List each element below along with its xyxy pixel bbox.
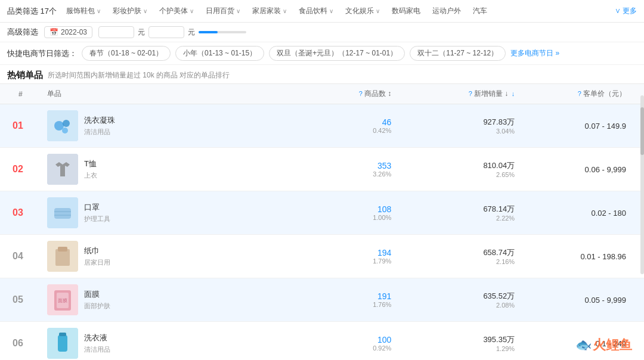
price-cell: 0.01 - 198.96 xyxy=(521,235,644,278)
count-cell[interactable]: 191 1.76% xyxy=(288,278,398,322)
th-sales[interactable]: ? 新增销量 ↓ ↓ xyxy=(397,84,521,104)
nav-item-shuma[interactable]: 数码家电 xyxy=(387,5,425,17)
sales-cell: 678.14万 2.22% xyxy=(397,191,521,235)
festival-tag-spring[interactable]: 春节（01-18 ~ 02-01） xyxy=(82,46,171,61)
product-count: 108 xyxy=(294,204,392,214)
count-cell[interactable]: 100 0.92% xyxy=(288,322,398,361)
sales-value: 810.04万 xyxy=(403,160,515,171)
sales-percentage: 1.29% xyxy=(403,345,515,352)
scroll-thumb[interactable] xyxy=(640,107,644,155)
price-cell: 0.06 - 9,999 xyxy=(521,148,644,191)
nav-item-qiche[interactable]: 汽车 xyxy=(468,5,492,17)
table-row: 02 T恤 上衣 353 3.26% 810.04万 xyxy=(0,148,644,191)
scrollbar[interactable] xyxy=(640,95,644,274)
product-image: 面膜 xyxy=(47,284,78,315)
price-unit-2: 元 xyxy=(188,27,195,38)
products-table: # 单品 ? 商品数 ↕ ? 新增销量 ↓ ↓ ? 客单价（元） xyxy=(0,83,644,360)
nav-item-wenhua[interactable]: 文化娱乐 ∨ xyxy=(340,5,385,17)
sort-desc-icon: ↓ xyxy=(512,90,515,97)
nav-item-yundong[interactable]: 运动户外 xyxy=(428,5,466,17)
nav-item-fushi[interactable]: 服饰鞋包 ∨ xyxy=(61,5,106,17)
price-cell: 0.02 - 180 xyxy=(521,191,644,235)
sales-value: 395.35万 xyxy=(403,334,515,345)
nav-item-jiaju[interactable]: 家居家装 ∨ xyxy=(247,5,292,17)
sales-percentage: 2.65% xyxy=(403,171,515,178)
price-min-input[interactable] xyxy=(98,26,134,38)
sales-percentage: 2.08% xyxy=(403,302,515,309)
count-percentage: 1.76% xyxy=(294,301,392,308)
product-category: 清洁用品 xyxy=(84,128,115,136)
th-product: 单品 xyxy=(41,84,288,104)
price-slider[interactable] xyxy=(199,31,246,33)
table-row: 05 面膜 面膜 面部护肤 191 1.76% 635.52万 xyxy=(0,278,644,322)
advanced-filter-row: 高级筛选 📅 2022-03 元 元 xyxy=(0,23,644,42)
price-range: 0.07 - 149.9 xyxy=(585,122,626,131)
product-name: 洗衣凝珠 xyxy=(84,115,115,126)
nav-item-riyong[interactable]: 日用百货 ∨ xyxy=(201,5,245,17)
product-image xyxy=(47,110,78,141)
th-count[interactable]: ? 商品数 ↕ xyxy=(288,84,398,104)
product-cell[interactable]: 洗衣凝珠 清洁用品 xyxy=(41,104,288,148)
nav-item-geru[interactable]: 个护美体 ∨ xyxy=(154,5,199,17)
svg-rect-10 xyxy=(55,249,70,266)
rank-number: 01 xyxy=(6,120,30,131)
nav-more-button[interactable]: ∨ 更多 xyxy=(615,6,637,16)
product-count: 353 xyxy=(294,161,392,170)
filter-label[interactable]: 品类筛选 17个 xyxy=(7,6,57,17)
date-picker[interactable]: 📅 2022-03 xyxy=(44,26,92,38)
product-cell[interactable]: 洗衣液 清洁用品 xyxy=(41,322,288,361)
festival-tag-xiaonian[interactable]: 小年（01-13 ~ 01-15） xyxy=(175,46,264,61)
count-cell[interactable]: 46 0.42% xyxy=(288,104,398,148)
table-body: 01 洗衣凝珠 清洁用品 46 0.42% 927.83万 xyxy=(0,104,644,361)
festival-tag-shuangdan[interactable]: 双旦（圣诞+元旦）（12-17 ~ 01-01） xyxy=(269,46,405,61)
sales-cell: 658.74万 2.16% xyxy=(397,235,521,278)
product-cell[interactable]: 纸巾 居家日用 xyxy=(41,235,288,278)
product-count: 194 xyxy=(294,248,392,257)
product-count: 46 xyxy=(294,117,392,127)
festival-tag-shuangshi2[interactable]: 双十二（11-27 ~ 12-12） xyxy=(410,46,506,61)
rank-cell: 03 xyxy=(0,191,41,235)
rank-number: 02 xyxy=(6,164,30,175)
count-percentage: 3.26% xyxy=(294,170,392,178)
product-count: 191 xyxy=(294,291,392,301)
sales-percentage: 2.16% xyxy=(403,258,515,265)
table-row: 01 洗衣凝珠 清洁用品 46 0.42% 927.83万 xyxy=(0,104,644,148)
product-category: 上衣 xyxy=(84,171,97,180)
th-price[interactable]: ? 客单价（元） xyxy=(521,84,644,104)
count-cell[interactable]: 194 1.79% xyxy=(288,235,398,278)
nav-item-caizhao[interactable]: 彩妆护肤 ∨ xyxy=(108,5,152,17)
product-name: 洗衣液 xyxy=(84,333,110,343)
nav-item-shipin[interactable]: 食品饮料 ∨ xyxy=(294,5,338,17)
price-range: 0.05 - 9,999 xyxy=(585,296,626,305)
product-image xyxy=(47,241,78,272)
products-table-wrap: # 单品 ? 商品数 ↕ ? 新增销量 ↓ ↓ ? 客单价（元） xyxy=(0,83,644,360)
sales-percentage: 2.22% xyxy=(403,215,515,222)
rank-cell: 02 xyxy=(0,148,41,191)
product-cell[interactable]: T恤 上衣 xyxy=(41,148,288,191)
table-row: 03 口罩 护理工具 108 1.00% 678.14万 xyxy=(0,191,644,235)
calendar-icon: 📅 xyxy=(49,28,58,36)
rank-number: 04 xyxy=(6,251,30,262)
product-category: 面部护肤 xyxy=(84,302,110,311)
sales-cell: 927.83万 3.04% xyxy=(397,104,521,148)
svg-rect-6 xyxy=(54,208,71,219)
count-cell[interactable]: 108 1.00% xyxy=(288,191,398,235)
sales-cell: 395.35万 1.29% xyxy=(397,322,521,361)
product-cell[interactable]: 口罩 护理工具 xyxy=(41,191,288,235)
hot-description: 所选时间范围内新增销量超过 10k 的商品 对应的单品排行 xyxy=(48,70,230,80)
hot-products-header: 热销单品 所选时间范围内新增销量超过 10k 的商品 对应的单品排行 xyxy=(0,65,644,83)
product-category: 清洁用品 xyxy=(84,345,110,354)
chevron-down-icon: ∨ xyxy=(236,8,240,14)
chevron-down-icon: ∨ xyxy=(143,8,147,14)
hot-title: 热销单品 xyxy=(7,70,43,81)
price-max-input[interactable] xyxy=(148,26,184,38)
price-range: 0.06 - 9,999 xyxy=(585,165,626,174)
sales-value: 927.83万 xyxy=(403,117,515,128)
table-row: 06 洗衣液 清洁用品 100 0.92% 395.35万 xyxy=(0,322,644,361)
rank-cell: 04 xyxy=(0,235,41,278)
more-festival-button[interactable]: 更多电商节日 » xyxy=(510,48,559,58)
count-cell[interactable]: 353 3.26% xyxy=(288,148,398,191)
product-cell[interactable]: 面膜 面膜 面部护肤 xyxy=(41,278,288,322)
price-cell: 0.07 - 149.9 xyxy=(521,104,644,148)
table-header-row: # 单品 ? 商品数 ↕ ? 新增销量 ↓ ↓ ? 客单价（元） xyxy=(0,84,644,104)
